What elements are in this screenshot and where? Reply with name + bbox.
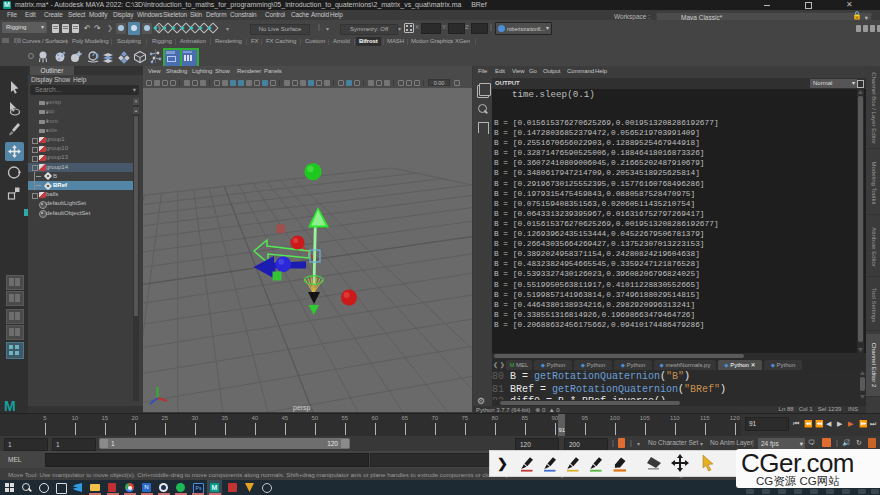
svg-text:persp: persp: [293, 404, 311, 412]
